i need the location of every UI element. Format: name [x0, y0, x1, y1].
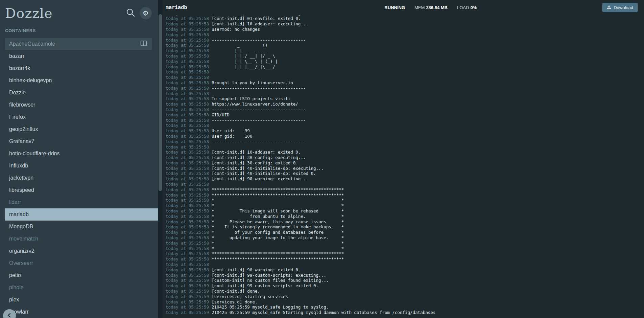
log-line: today at 05:25:58 — [166, 69, 644, 75]
sidebar-container-item[interactable]: bazarr — [5, 50, 158, 62]
container-stats: RUNNING MEM286.84 MB LOAD0% — [384, 5, 477, 10]
log-timestamp: today at 05:25:58 — [166, 198, 209, 203]
container-item-label: petio — [9, 272, 21, 278]
log-timestamp: today at 05:25:58 — [166, 144, 209, 150]
pin-column-button[interactable] — [140, 40, 147, 48]
log-text: * * — [212, 198, 344, 203]
container-item-label: Firefox — [9, 114, 26, 120]
sidebar-container-item[interactable]: geoip2influx — [5, 123, 158, 135]
log-text: * * — [212, 246, 344, 251]
log-text: [cont-init.d] 40-initialise-db: executin… — [212, 166, 324, 171]
log-line: today at 05:25:59 [services.d] starting … — [166, 294, 644, 299]
sidebar-container-item[interactable]: bazarr4k — [5, 62, 158, 74]
log-line: today at 05:25:58 — [166, 75, 644, 80]
sidebar-container-item[interactable]: Grafanav7 — [5, 135, 158, 147]
log-timestamp: today at 05:25:59 — [166, 304, 209, 310]
scrollbar-track[interactable] — [158, 0, 163, 318]
log-line: today at 05:25:58 [cont-init.d] 30-confi… — [166, 160, 644, 166]
chevron-left-icon — [6, 312, 13, 318]
sidebar-container-item[interactable]: mariadb — [5, 208, 158, 221]
sidebar-container-item[interactable]: plex — [5, 294, 158, 306]
container-item-label: librespeed — [9, 187, 34, 193]
sidebar-container-item[interactable]: Firefox — [5, 111, 158, 123]
log-text: _ () — [212, 43, 268, 48]
log-line: today at 05:25:58 ----------------------… — [166, 38, 644, 43]
sidebar-container-item[interactable]: pihole — [5, 281, 158, 294]
sidebar-container-item[interactable]: jackettvpn — [5, 172, 158, 184]
log-timestamp: today at 05:25:58 — [166, 230, 209, 235]
sidebar-container-item[interactable]: MongoDB — [5, 221, 158, 233]
sidebar-container-item[interactable]: hotio-cloudflare-ddns — [5, 147, 158, 160]
log-line: today at 05:25:58 [cont-init.d] 90-warni… — [166, 267, 644, 273]
sidebar-container-item[interactable]: binhex-delugevpn — [5, 74, 158, 87]
load-stat: LOAD0% — [457, 5, 477, 10]
log-timestamp: today at 05:25:58 — [166, 21, 209, 27]
log-timestamp: today at 05:25:59 — [166, 299, 209, 305]
log-line: today at 05:25:59 [custom-init] no custo… — [166, 278, 644, 283]
log-timestamp: today at 05:25:58 — [166, 123, 209, 128]
log-text: Brought to you by linuxserver.io — [212, 80, 293, 86]
sidebar-container-item[interactable]: Influxdb — [5, 160, 158, 172]
log-line: today at 05:25:58 * * — [166, 246, 644, 251]
log-timestamp: today at 05:25:58 — [166, 53, 209, 59]
log-line: today at 05:25:58 Brought to you by linu… — [166, 80, 644, 86]
log-text: ------------------------------------- — [212, 38, 306, 43]
log-text: | | / __| |/ _ \ — [212, 53, 275, 59]
log-line: today at 05:25:58 usermod: no changes — [166, 27, 644, 32]
log-timestamp: today at 05:25:59 — [166, 289, 209, 294]
log-timestamp: today at 05:25:58 — [166, 273, 209, 278]
log-text: [cont-init.d] done. — [212, 289, 260, 294]
container-item-label: hotio-cloudflare-ddns — [9, 151, 59, 157]
container-item-label: bazarr — [9, 53, 24, 59]
container-item-label: plex — [9, 297, 19, 303]
log-line: today at 05:25:58 * of your config and d… — [166, 230, 644, 235]
log-line: today at 05:25:58 — [166, 144, 644, 150]
sidebar-container-item[interactable]: petio — [5, 269, 158, 281]
log-text: [cont-init.d] 10-adduser: exited 0. — [212, 150, 301, 155]
log-timestamp: today at 05:25:58 — [166, 219, 209, 225]
log-line: today at 05:25:58 | | / __| |/ _ \ — [166, 53, 644, 59]
sidebar-container-item[interactable]: filebrowser — [5, 99, 158, 111]
log-text: ****************************************… — [212, 256, 344, 262]
settings-button[interactable]: ⚙ — [140, 7, 152, 19]
log-line: today at 05:25:58 * This image will soon… — [166, 208, 644, 214]
log-line: today at 05:25:58 — [166, 262, 644, 267]
log-text: * * — [212, 203, 344, 208]
sidebar-container-item[interactable]: Dozzle — [5, 87, 158, 99]
search-button[interactable] — [126, 8, 135, 18]
sidebar-container-item[interactable]: librespeed — [5, 184, 158, 196]
log-timestamp: today at 05:25:58 — [166, 134, 209, 139]
log-timestamp: today at 05:25:58 — [166, 176, 209, 182]
log-timestamp: today at 05:25:58 — [166, 75, 209, 80]
log-timestamp: today at 05:25:58 — [166, 80, 209, 86]
sidebar-container-item[interactable]: lidarr — [5, 196, 158, 208]
log-text: * Please be aware, this may cause issues… — [212, 219, 344, 225]
log-text: https://www.linuxserver.io/donate/ — [212, 101, 298, 107]
log-header: mariadb RUNNING MEM286.84 MB LOAD0% Down… — [163, 0, 644, 15]
memory-stat: MEM286.84 MB — [414, 5, 448, 10]
sidebar-container-item[interactable]: ApacheGuacamole — [5, 38, 152, 50]
sidebar-container-item[interactable]: Overseerr — [5, 257, 158, 269]
sidebar-container-item[interactable]: organizrv2 — [5, 245, 158, 257]
scrollbar-thumb[interactable] — [159, 14, 162, 191]
log-timestamp: today at 05:25:58 — [166, 224, 209, 230]
log-timestamp: today at 05:25:58 — [166, 256, 209, 262]
log-timestamp: today at 05:25:58 — [166, 59, 209, 64]
container-item-label: lidarr — [9, 199, 21, 205]
log-timestamp: today at 05:25:58 — [166, 43, 209, 48]
log-timestamp: today at 05:25:58 — [166, 118, 209, 123]
log-timestamp: today at 05:25:58 — [166, 16, 209, 21]
log-line: today at 05:25:58 [cont-init.d] 40-initi… — [166, 166, 644, 171]
log-line: today at 05:25:58 — [166, 123, 644, 128]
log-line: today at 05:25:58 * * — [166, 203, 644, 208]
log-timestamp: today at 05:25:58 — [166, 214, 209, 219]
download-button[interactable]: Download — [602, 3, 638, 12]
sidebar-container-item[interactable]: moveimatch — [5, 233, 158, 245]
container-item-label: bazarr4k — [9, 65, 30, 71]
log-view[interactable]: today at 05:25:58 [cont-init.d] 01-envfi… — [163, 15, 644, 318]
log-text: ****************************************… — [212, 187, 344, 192]
log-text: | | \__ \ | (_) | — [212, 59, 278, 64]
log-text: 210425 05:25:59 mysqld_safe Logging to s… — [212, 304, 329, 310]
log-line: today at 05:25:58 * updating your image … — [166, 235, 644, 241]
sidebar-container-item[interactable]: prowlarr — [5, 306, 158, 318]
